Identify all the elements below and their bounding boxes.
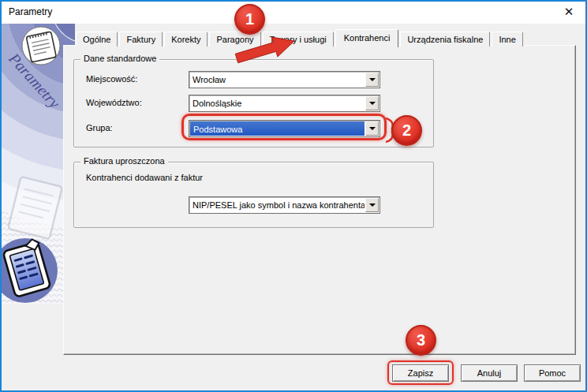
dropdown-arrow-icon[interactable] [365, 96, 379, 110]
grupa-value: Podstawowa [190, 121, 365, 136]
dropdown-arrow-icon[interactable] [365, 73, 379, 87]
tab-towary-i-uslugi[interactable]: Towary i usługi [263, 32, 334, 47]
window-title: Parametry [9, 0, 52, 24]
wojewodztwo-dropdown[interactable]: Dolnośląskie [189, 95, 380, 112]
tab-ogolne[interactable]: Ogólne [76, 32, 118, 47]
nip-pesel-dropdown[interactable]: NIP/PESEL jako symbol i nazwa kontrahent… [189, 196, 380, 214]
nip-pesel-value: NIP/PESEL jako symbol i nazwa kontrahent… [189, 197, 365, 213]
tab-inne[interactable]: Inne [492, 32, 522, 47]
miejscowosc-label: Miejscowość: [86, 74, 137, 84]
miejscowosc-value: Wrocław [189, 72, 365, 88]
title-bar: Parametry ✕ [0, 0, 587, 24]
miejscowosc-dropdown[interactable]: Wrocław [189, 71, 380, 88]
tab-paragony[interactable]: Paragony [209, 32, 260, 47]
save-button[interactable]: Zapisz [392, 364, 449, 382]
group-title: Dane standardowe [80, 54, 159, 63]
tab-strip: Ogólne Faktury Korekty Paragony Towary i… [76, 28, 525, 47]
group-faktura-uproszczona: Faktura uproszczona Kontrahenci dodawani… [73, 162, 434, 228]
group-title: Faktura uproszczona [80, 156, 168, 166]
cancel-button[interactable]: Anuluj [461, 364, 518, 382]
help-button[interactable]: Pomoc [524, 364, 581, 382]
parametry-dialog: Parametry ✕ Parametry [0, 0, 587, 392]
tab-urzadzenia-fiskalne[interactable]: Urządzenia fiskalne [400, 32, 490, 47]
group-dane-standardowe: Dane standardowe Miejscowość: Wrocław Wo… [73, 59, 434, 147]
wojewodztwo-value: Dolnośląskie [189, 95, 365, 111]
tab-kontrahenci[interactable]: Kontrahenci [335, 29, 399, 47]
grupa-dropdown[interactable]: Podstawowa [189, 120, 380, 137]
tab-korekty[interactable]: Korekty [164, 32, 208, 47]
wojewodztwo-label: Województwo: [86, 98, 142, 107]
tab-faktury[interactable]: Faktury [119, 32, 163, 47]
grupa-label: Grupa: [86, 123, 113, 133]
close-icon[interactable]: ✕ [555, 0, 582, 23]
kontrahenci-dodawani-label: Kontrahenci dodawani z faktur [86, 173, 203, 182]
dropdown-arrow-icon[interactable] [365, 121, 379, 136]
notepad-icon [22, 27, 60, 65]
dropdown-arrow-icon[interactable] [365, 198, 379, 212]
